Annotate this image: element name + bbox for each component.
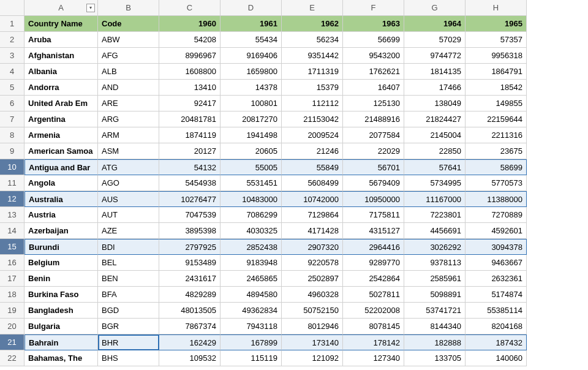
cell-value[interactable]: 54208 (159, 32, 221, 48)
cell-code[interactable]: ABW (98, 32, 159, 48)
cell-value[interactable]: 4894580 (221, 287, 282, 303)
cell-value[interactable]: 7129864 (282, 207, 343, 223)
cell-value[interactable]: 2211316 (466, 127, 527, 143)
cell-code[interactable]: BHR (98, 334, 159, 350)
cell-code[interactable]: ARG (98, 111, 159, 127)
cell-country[interactable]: Angola (24, 175, 98, 191)
cell-value[interactable]: 15379 (282, 80, 343, 96)
cell-value[interactable]: 9220578 (282, 255, 343, 271)
cell-value[interactable]: 55849 (282, 159, 343, 175)
cell-value[interactable]: 5027811 (343, 287, 404, 303)
cell-value[interactable]: 23675 (466, 143, 527, 159)
cell-code[interactable]: ALB (98, 64, 159, 80)
cell-value[interactable]: 52202008 (343, 303, 404, 319)
cell-value[interactable]: 133705 (404, 350, 466, 366)
cell-value[interactable]: 3895398 (159, 223, 221, 239)
cell-value[interactable]: 7047539 (159, 207, 221, 223)
cell-value[interactable]: 5174874 (466, 287, 527, 303)
cell-value[interactable]: 10950000 (343, 191, 404, 207)
cell-value[interactable]: 127340 (343, 350, 404, 366)
row-header-21[interactable]: 21 (0, 334, 24, 350)
cell-value[interactable]: 2907320 (282, 239, 343, 255)
cell-value[interactable]: 49362834 (221, 303, 282, 319)
cell-value[interactable]: 57357 (466, 32, 527, 48)
column-header-C[interactable]: C (159, 0, 221, 16)
row-header-12[interactable]: 12 (0, 191, 24, 207)
row-header-15[interactable]: 15 (0, 239, 24, 255)
cell-code[interactable]: BHS (98, 350, 159, 366)
cell-value[interactable]: 58699 (466, 159, 527, 175)
cell-code[interactable]: ATG (98, 159, 159, 175)
cell-value[interactable]: 21246 (282, 143, 343, 159)
cell-country[interactable]: Bulgaria (24, 319, 98, 334)
cell-value[interactable]: 4829289 (159, 287, 221, 303)
cell-value[interactable]: 13410 (159, 80, 221, 96)
cell-value[interactable]: 2009524 (282, 127, 343, 143)
cell-value[interactable]: 11167000 (404, 191, 466, 207)
cell-code[interactable]: ASM (98, 143, 159, 159)
cell-value[interactable]: 4592601 (466, 223, 527, 239)
cell-code[interactable]: AUT (98, 207, 159, 223)
cell-country[interactable]: United Arab Em (24, 96, 98, 111)
row-header-4[interactable]: 4 (0, 64, 24, 80)
cell-value[interactable]: 5098891 (404, 287, 466, 303)
cell-value[interactable]: 4171428 (282, 223, 343, 239)
cell-value[interactable]: 115119 (221, 350, 282, 366)
cell-value[interactable]: 2465865 (221, 271, 282, 287)
cell-value[interactable]: 20481781 (159, 111, 221, 127)
row-header-5[interactable]: 5 (0, 80, 24, 96)
cell-value[interactable]: 2077584 (343, 127, 404, 143)
cell-value[interactable]: 5770573 (466, 175, 527, 191)
cell-value[interactable]: 2632361 (466, 271, 527, 287)
cell-country[interactable]: Armenia (24, 127, 98, 143)
row-header-18[interactable]: 18 (0, 287, 24, 303)
row-header-2[interactable]: 2 (0, 32, 24, 48)
cell-value[interactable]: 1762621 (343, 64, 404, 80)
cell-country[interactable]: Bangladesh (24, 303, 98, 319)
cell-value[interactable]: 9956318 (466, 48, 527, 64)
spreadsheet-grid[interactable]: A▾BCDEFGH1Country NameCode19601961196219… (0, 0, 588, 366)
cell-value[interactable]: 18542 (466, 80, 527, 96)
cell-code[interactable]: AGO (98, 175, 159, 191)
cell-country[interactable]: Azerbaijan (24, 223, 98, 239)
cell-value[interactable]: 1608800 (159, 64, 221, 80)
cell-value[interactable]: 7270889 (466, 207, 527, 223)
cell-value[interactable]: 92417 (159, 96, 221, 111)
cell-code[interactable]: AUS (98, 191, 159, 207)
cell-value[interactable]: 9183948 (221, 255, 282, 271)
column-header-D[interactable]: D (221, 0, 282, 16)
column-header-E[interactable]: E (282, 0, 343, 16)
cell-value[interactable]: 2797925 (159, 239, 221, 255)
cell-value[interactable]: 2145004 (404, 127, 466, 143)
cell-country[interactable]: Andorra (24, 80, 98, 96)
cell-country[interactable]: Bahamas, The (24, 350, 98, 366)
cell-value[interactable]: 57641 (404, 159, 466, 175)
cell-code[interactable]: ARM (98, 127, 159, 143)
column-header-A[interactable]: A▾ (24, 0, 98, 16)
cell-value[interactable]: 4960328 (282, 287, 343, 303)
column-header-H[interactable]: H (466, 0, 527, 16)
cell-value[interactable]: 3094378 (466, 239, 527, 255)
row-header-17[interactable]: 17 (0, 271, 24, 287)
column-filter-icon[interactable]: ▾ (86, 4, 95, 12)
cell-value[interactable]: 8204168 (466, 319, 527, 334)
column-header-G[interactable]: G (404, 0, 466, 16)
cell-value[interactable]: 14378 (221, 80, 282, 96)
cell-country[interactable]: Austria (24, 207, 98, 223)
cell-code[interactable]: BGD (98, 303, 159, 319)
cell-value[interactable]: 173140 (282, 334, 343, 350)
cell-value[interactable]: 109532 (159, 350, 221, 366)
cell-value[interactable]: 20127 (159, 143, 221, 159)
cell-value[interactable]: 1864791 (466, 64, 527, 80)
cell-value[interactable]: 8144340 (404, 319, 466, 334)
cell-value[interactable]: 178142 (343, 334, 404, 350)
cell-value[interactable]: 54132 (159, 159, 221, 175)
cell-value[interactable]: 2542864 (343, 271, 404, 287)
row-header-20[interactable]: 20 (0, 319, 24, 334)
cell-country[interactable]: Australia (24, 191, 98, 207)
row-header-8[interactable]: 8 (0, 127, 24, 143)
cell-code[interactable]: BEN (98, 271, 159, 287)
cell-value[interactable]: 10742000 (282, 191, 343, 207)
cell-value[interactable]: 48013505 (159, 303, 221, 319)
cell-value[interactable]: 2431617 (159, 271, 221, 287)
